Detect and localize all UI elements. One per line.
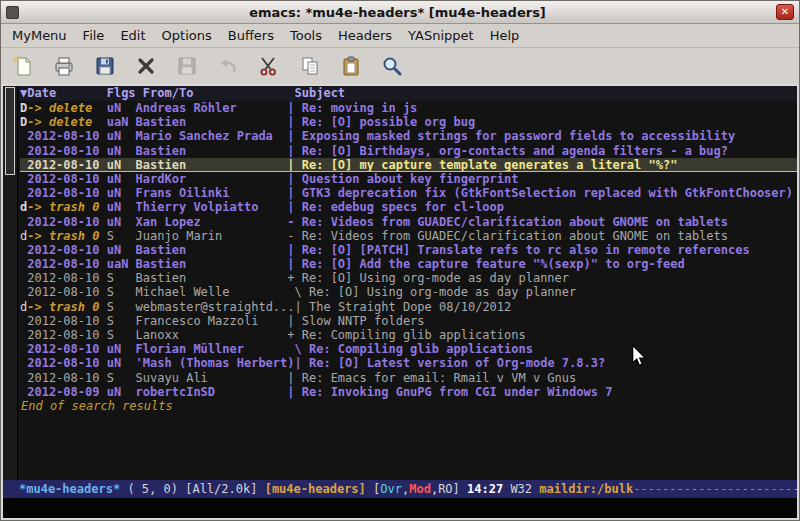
message-mark (20, 342, 27, 356)
message-row[interactable]: 2012-08-10SBastien+ Re: [O] Using org-mo… (20, 271, 797, 285)
text-area: ▼ Date Flgs From/To Subject D-> deleteuN… (3, 86, 797, 480)
column-header-flags[interactable]: Flgs (107, 86, 136, 101)
menu-item-buffers[interactable]: Buffers (220, 25, 282, 46)
message-row[interactable]: 2012-08-10uNFlorian Müllner \ Re: Compil… (20, 342, 797, 356)
message-subject: | Re: Emacs for email: Rmail v VM v Gnus (287, 371, 797, 385)
mode-line: *mu4e-headers* ( 5, 0) [All/2.0k] [mu4e-… (3, 480, 797, 498)
message-row[interactable]: 2012-08-10SLanoxx+ Re: Compiling glib ap… (20, 328, 797, 342)
column-header-from[interactable]: From/To (143, 86, 295, 101)
print-icon[interactable] (50, 52, 78, 80)
modeline-clock: 14:27 (467, 482, 503, 496)
message-mark (20, 271, 27, 285)
message-subject: - Re: Videos from GUADEC/clarification a… (287, 229, 797, 243)
message-flags: uN (107, 342, 129, 356)
titlebar[interactable]: emacs: *mu4e-headers* [mu4e-headers] ✕ (1, 1, 799, 24)
menu-item-yasnippet[interactable]: YASnippet (400, 25, 482, 46)
message-row[interactable]: d-> trash 0Swebmaster@straightd...| The … (20, 300, 797, 314)
message-date: 2012-08-10 (27, 215, 99, 229)
message-mark (20, 285, 27, 299)
message-mark (20, 356, 27, 370)
message-row[interactable]: 2012-08-10uNFrans Oilinki| GTK3 deprecat… (20, 186, 797, 200)
message-row[interactable]: 2012-08-10uNBastien| Re: [O] Birthdays, … (20, 144, 797, 158)
message-subject: | Re: [O] Latest version of Org-mode 7.8… (295, 356, 797, 370)
message-row[interactable]: 2012-08-10uNHardKor| Question about key … (20, 172, 797, 186)
message-subject: | Re: edebug specs for cl-loop (287, 200, 797, 214)
message-date: 2012-08-10 (27, 342, 99, 356)
message-row[interactable]: 2012-08-10SFrancesco Mazzoli| Slow NNTP … (20, 314, 797, 328)
message-subject: | Re: moving in js (287, 101, 797, 115)
menu-item-options[interactable]: Options (154, 25, 220, 46)
menu-item-file[interactable]: File (75, 25, 113, 46)
message-row[interactable]: D-> deleteuNAndreas Röhler| Re: moving i… (20, 101, 797, 115)
message-subject: | Re: Invoking GnuPG from CGI under Wind… (287, 385, 797, 399)
message-row[interactable]: 2012-08-10SSuvayu Ali| Re: Emacs for ema… (20, 371, 797, 385)
menu-item-mymenu[interactable]: MyMenu (4, 25, 75, 46)
modeline-major-mode[interactable]: [mu4e-headers] (265, 482, 366, 496)
message-from: Thierry Volpiatto (136, 200, 288, 214)
message-from: Bastien (136, 158, 288, 171)
message-flags: uN (107, 129, 129, 143)
menu-item-tools[interactable]: Tools (282, 25, 330, 46)
paste-icon[interactable] (337, 52, 365, 80)
message-from: Juanjo Marin (136, 229, 288, 243)
echo-area[interactable] (3, 498, 797, 518)
message-row[interactable]: 2012-08-10uaNBastien| Re: [O] Add the ca… (20, 257, 797, 271)
message-date: 2012-08-10 (27, 144, 99, 158)
message-mark (20, 328, 27, 342)
frame: ▼ Date Flgs From/To Subject D-> deleteuN… (1, 84, 799, 520)
message-row[interactable]: 2012-08-09uNrobertcInSD| Re: Invoking Gn… (20, 385, 797, 399)
message-subject: | The Straight Dope 08/10/2012 (295, 300, 797, 314)
message-row[interactable]: 2012-08-10uNBastien| Re: [O] my capture … (20, 158, 797, 172)
message-subject: | Re: [O] possible org bug (287, 115, 797, 129)
message-row[interactable]: 2012-08-10uNMario Sanchez Prada| Exposin… (20, 129, 797, 143)
message-row[interactable]: 2012-08-10uNXan Lopez- Re: Videos from G… (20, 215, 797, 229)
message-flags: uN (107, 186, 129, 200)
message-row[interactable]: D-> deleteuaNBastien| Re: [O] possible o… (20, 115, 797, 129)
copy-icon[interactable] (296, 52, 324, 80)
window-menu-icon[interactable] (6, 6, 19, 19)
message-date: -> trash 0 (27, 229, 99, 243)
message-date: -> trash 0 (27, 200, 99, 214)
message-row[interactable]: 2012-08-10uNBastien| Re: [O] [PATCH] Tra… (20, 243, 797, 257)
modeline-readonly-flag: RO (438, 482, 452, 496)
modeline-overwrite-flag: Ovr (380, 482, 402, 496)
cut-icon[interactable] (255, 52, 283, 80)
message-subject: + Re: [O] Using org-mode as day planner (287, 271, 797, 285)
message-from: Bastien (136, 271, 288, 285)
close-button[interactable]: ✕ (776, 4, 794, 20)
modeline-buffer-name[interactable]: *mu4e-headers* (19, 482, 120, 496)
column-header-subject[interactable]: Subject (295, 86, 797, 101)
close-icon: ✕ (781, 7, 789, 17)
message-subject: | Re: [O] Add the capture feature "%(sex… (287, 257, 797, 271)
search-icon[interactable] (378, 52, 406, 80)
message-mark (20, 172, 27, 186)
message-mark: d (20, 200, 27, 214)
message-flags: uN (107, 200, 129, 214)
message-row[interactable]: d-> trash 0SJuanjo Marin- Re: Videos fro… (20, 229, 797, 243)
message-subject: | Question about key fingerprint (287, 172, 797, 186)
save-icon[interactable] (91, 52, 119, 80)
message-row[interactable]: 2012-08-10uN'Mash (Thomas Herbert)| Re: … (20, 356, 797, 370)
modeline-filler-dashes: ---------------------------------------- (633, 482, 797, 496)
message-from: 'Mash (Thomas Herbert) (136, 356, 295, 370)
message-flags: uN (107, 172, 129, 186)
message-date: 2012-08-10 (27, 285, 99, 299)
message-row[interactable]: 2012-08-10SMichael Welle \ Re: [O] Using… (20, 285, 797, 299)
message-mark: d (20, 229, 27, 243)
new-file-icon[interactable] (9, 52, 37, 80)
message-row[interactable]: d-> trash 0uNThierry Volpiatto| Re: edeb… (20, 200, 797, 214)
message-from: robertcInSD (136, 385, 288, 399)
message-flags: S (107, 300, 129, 314)
scrollbar-thumb[interactable] (5, 87, 15, 175)
menu-item-help[interactable]: Help (482, 25, 528, 46)
scrollbar[interactable] (3, 86, 18, 480)
message-flags: S (107, 328, 129, 342)
menu-item-edit[interactable]: Edit (112, 25, 153, 46)
column-header-date[interactable]: Date (27, 86, 99, 101)
menu-item-headers[interactable]: Headers (330, 25, 400, 46)
message-date: 2012-08-10 (27, 257, 99, 271)
message-flags: uN (107, 101, 129, 115)
sort-direction-icon: ▼ (20, 86, 27, 101)
close-buffer-icon[interactable] (132, 52, 160, 80)
headers-buffer[interactable]: ▼ Date Flgs From/To Subject D-> deleteuN… (18, 86, 797, 480)
